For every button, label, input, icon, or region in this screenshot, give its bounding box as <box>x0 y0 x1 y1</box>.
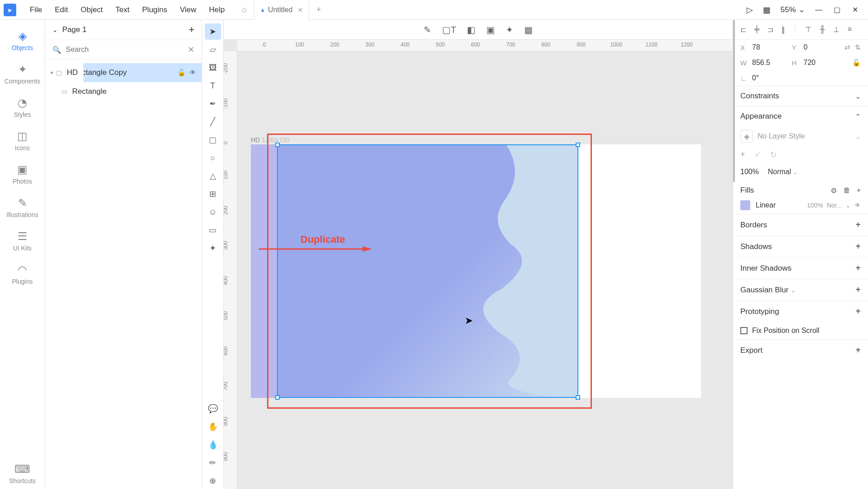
menu-plugins[interactable]: Plugins <box>136 5 174 14</box>
layer-style-selector[interactable]: ◈ No Layer Style ⌄ <box>733 126 868 146</box>
align-left-icon[interactable]: ⊏ <box>740 25 746 34</box>
layer-artboard[interactable]: ▾ ▢ HD <box>45 63 83 82</box>
prototyping-section[interactable]: Prototyping + <box>733 300 868 322</box>
rectangle-copy[interactable] <box>277 144 578 398</box>
h-value[interactable]: 720 <box>803 59 840 67</box>
align-bottom-icon[interactable]: ⊥ <box>833 25 840 34</box>
rectangle-tool[interactable]: ▢ <box>205 132 221 148</box>
distribute-h-icon[interactable]: ‖ <box>781 25 785 34</box>
line-tool[interactable]: ╱ <box>205 114 221 130</box>
grid-icon[interactable]: ▦ <box>763 5 771 15</box>
grid-tool[interactable]: ⊞ <box>205 186 221 202</box>
lock-aspect-icon[interactable]: 🔓 <box>852 59 861 67</box>
activity-shortcuts[interactable]: ⌨ Shortcuts <box>0 458 45 489</box>
clear-search-icon[interactable]: ✕ <box>188 45 194 55</box>
boolean-icon[interactable]: ◧ <box>467 24 476 35</box>
menu-edit[interactable]: Edit <box>48 5 74 14</box>
borders-section[interactable]: Borders + <box>733 214 868 235</box>
close-window-icon[interactable]: ✕ <box>851 6 859 14</box>
crop-icon[interactable]: ▦ <box>524 24 533 35</box>
add-page-icon[interactable]: + <box>189 24 194 36</box>
eyedropper-tool[interactable]: 💧 <box>205 437 221 453</box>
export-section[interactable]: Export + <box>733 339 868 361</box>
fix-position-row[interactable]: Fix Position on Scroll <box>733 322 868 339</box>
visibility-icon[interactable]: 👁 <box>854 202 861 209</box>
pencil-tool[interactable]: ✏ <box>205 455 221 471</box>
add-shadow-icon[interactable]: + <box>855 241 861 252</box>
menu-help[interactable]: Help <box>203 5 231 14</box>
text-tool[interactable]: T <box>205 78 221 94</box>
fill-settings-icon[interactable]: ⚙ <box>831 186 837 195</box>
align-hcenter-icon[interactable]: ╪ <box>754 25 759 34</box>
play-icon[interactable]: ▷ <box>747 5 753 15</box>
canvas[interactable]: ✎ ▢T ◧ ▣ ✦ ▦ 0 100 200 300 400 500 600 7… <box>224 20 733 489</box>
component-tool[interactable]: ✦ <box>205 240 221 256</box>
text-box-icon[interactable]: ▢T <box>442 24 456 35</box>
collapse-icon[interactable]: ▾ <box>51 70 53 76</box>
add-fill-icon[interactable]: + <box>857 186 861 195</box>
align-top-icon[interactable]: ⊤ <box>805 25 812 34</box>
activity-illustrations[interactable]: ✎ Illustrations <box>0 192 45 223</box>
document-tab[interactable]: ▲ Untitled ✕ <box>254 0 309 20</box>
y-value[interactable]: 0 <box>803 43 840 51</box>
blur-section[interactable]: Gaussian Blur ⌄ + <box>733 279 868 300</box>
add-style-icon[interactable]: + <box>740 150 745 160</box>
distribute-v-icon[interactable]: ≡ <box>848 25 852 34</box>
add-blur-icon[interactable]: + <box>855 285 861 295</box>
menu-object[interactable]: Object <box>74 5 109 14</box>
layer-item[interactable]: ▭ Rectangle <box>45 82 202 101</box>
fill-item[interactable]: Linear 100% Nor... ⌄ 👁 <box>733 197 868 214</box>
delete-fill-icon[interactable]: 🗑 <box>843 186 850 195</box>
edit-icon[interactable]: ✎ <box>424 24 431 35</box>
maximize-icon[interactable]: ▢ <box>833 6 841 14</box>
add-tab-icon[interactable]: + <box>316 5 321 14</box>
app-logo[interactable]: ▸ <box>4 4 16 16</box>
checkbox[interactable] <box>740 327 748 334</box>
zoom-dropdown[interactable]: 55%⌄ <box>780 5 805 14</box>
rotation-value[interactable]: 0° <box>752 74 788 82</box>
activity-components[interactable]: ✦ Components <box>0 59 45 89</box>
add-prototype-icon[interactable]: + <box>855 306 861 317</box>
component-icon[interactable]: ✦ <box>506 24 513 35</box>
menu-text[interactable]: Text <box>109 5 136 14</box>
image-tool[interactable]: 🖼 <box>205 60 221 76</box>
add-border-icon[interactable]: + <box>855 220 861 230</box>
ellipse-tool[interactable]: ○ <box>205 150 221 166</box>
x-value[interactable]: 78 <box>752 43 788 51</box>
shadows-section[interactable]: Shadows + <box>733 235 868 257</box>
visibility-icon[interactable]: 👁 <box>189 69 196 77</box>
unlock-icon[interactable]: 🔓 <box>177 69 186 77</box>
activity-uikits[interactable]: ☰ UI Kits <box>0 226 45 256</box>
avatar-tool[interactable]: ☺ <box>205 204 221 220</box>
artboard-label[interactable]: HD 1280x720 <box>251 136 290 143</box>
align-right-icon[interactable]: ⊐ <box>767 25 773 34</box>
add-inner-shadow-icon[interactable]: + <box>855 263 861 273</box>
w-value[interactable]: 856.5 <box>752 59 788 67</box>
activity-plugins[interactable]: ◠ Plugins <box>0 259 45 290</box>
add-export-icon[interactable]: + <box>855 345 861 355</box>
hand-tool[interactable]: ✋ <box>205 419 221 435</box>
mask-icon[interactable]: ▣ <box>486 24 495 35</box>
menu-file[interactable]: File <box>23 5 48 14</box>
fill-swatch[interactable] <box>740 200 750 210</box>
fill-opacity[interactable]: 100% <box>807 202 823 209</box>
flip-h-icon[interactable]: ⇄ <box>845 43 850 51</box>
fill-blend[interactable]: Nor... <box>827 202 842 209</box>
button-tool[interactable]: ▭ <box>205 222 221 238</box>
reset-style-icon[interactable]: ↻ <box>770 150 777 160</box>
zoom-tool[interactable]: ⊕ <box>205 473 221 489</box>
page-selector[interactable]: ⌄ Page 1 + <box>45 20 202 40</box>
comment-tool[interactable]: 💬 <box>205 401 221 417</box>
activity-objects[interactable]: ◈ Objects <box>0 25 45 56</box>
home-icon[interactable]: ⌂ <box>242 5 247 14</box>
activity-photos[interactable]: ▣ Photos <box>0 159 45 189</box>
activity-styles[interactable]: ◔ Styles <box>0 92 45 123</box>
inner-shadows-section[interactable]: Inner Shadows + <box>733 257 868 279</box>
align-vcenter-icon[interactable]: ╫ <box>820 25 825 34</box>
pen-tool[interactable]: ✒ <box>205 96 221 112</box>
constraints-section[interactable]: Constraints ⌄ <box>733 86 868 106</box>
activity-icons[interactable]: ◫ Icons <box>0 125 45 156</box>
apply-style-icon[interactable]: ✓ <box>754 150 761 160</box>
minimize-icon[interactable]: — <box>815 6 823 14</box>
appearance-section[interactable]: Appearance ⌃ <box>733 106 868 126</box>
